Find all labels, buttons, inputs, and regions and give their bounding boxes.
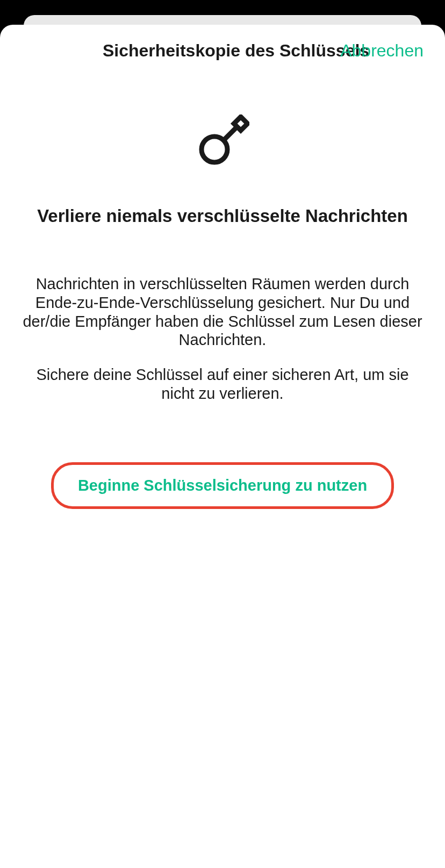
content-description-1: Nachrichten in verschlüsselten Räumen we… bbox=[21, 275, 424, 349]
modal-header: Sicherheitskopie des Schlüssels Abbreche… bbox=[0, 25, 445, 77]
svg-point-0 bbox=[202, 137, 227, 162]
modal-sheet: Sicherheitskopie des Schlüssels Abbreche… bbox=[0, 25, 445, 868]
start-key-backup-button[interactable]: Beginne Schlüsselsicherung zu nutzen bbox=[51, 462, 394, 509]
svg-rect-2 bbox=[234, 117, 247, 130]
key-icon bbox=[196, 114, 249, 168]
content-heading: Verliere niemals verschlüsselte Nachrich… bbox=[21, 206, 424, 226]
content-description-2: Sichere deine Schlüssel auf einer sicher… bbox=[21, 365, 424, 403]
key-icon-wrapper bbox=[21, 114, 424, 168]
cancel-button[interactable]: Abbrechen bbox=[340, 41, 424, 61]
modal-content: Verliere niemals verschlüsselte Nachrich… bbox=[0, 114, 445, 509]
app-backdrop: Sicherheitskopie des Schlüssels Abbreche… bbox=[0, 0, 445, 868]
